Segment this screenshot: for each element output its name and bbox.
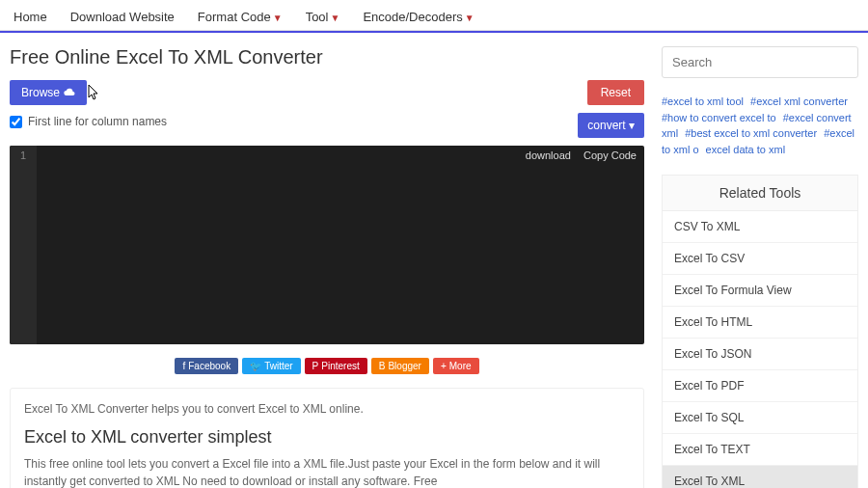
browse-button[interactable]: Browse bbox=[10, 80, 87, 105]
tag-link[interactable]: #how to convert excel to bbox=[662, 112, 776, 123]
related-item[interactable]: Excel To SQL bbox=[663, 402, 857, 434]
editor-actions: download Copy Code bbox=[516, 149, 637, 161]
article-p1: This free online tool lets you convert a… bbox=[24, 455, 630, 488]
share-blogger[interactable]: BBlogger bbox=[371, 358, 429, 374]
related-item[interactable]: Excel To HTML bbox=[663, 307, 857, 339]
related-tools-title: Related Tools bbox=[662, 175, 858, 210]
tag-link[interactable]: excel data to xml bbox=[706, 144, 786, 155]
pinterest-icon: P bbox=[312, 361, 319, 371]
main-column: Free Online Excel To XML Converter Brows… bbox=[10, 46, 644, 488]
share-more[interactable]: +More bbox=[433, 358, 479, 374]
editor-gutter: 1 bbox=[10, 146, 37, 344]
top-nav: HomeDownload WebsiteFormat Code▼Tool▼Enc… bbox=[0, 4, 868, 31]
plus-icon: + bbox=[441, 361, 447, 371]
chevron-down-icon: ▼ bbox=[273, 13, 283, 23]
first-line-checkbox[interactable] bbox=[10, 116, 22, 128]
blogger-icon: B bbox=[379, 361, 386, 371]
nav-download-website[interactable]: Download Website bbox=[70, 10, 175, 24]
article-heading-1: Excel to XML converter simplest bbox=[24, 427, 630, 447]
first-line-label: First line for column names bbox=[28, 115, 167, 128]
nav-home[interactable]: Home bbox=[14, 10, 47, 24]
related-item[interactable]: Excel To JSON bbox=[663, 339, 857, 370]
related-item[interactable]: Excel To TEXT bbox=[663, 434, 857, 466]
related-item[interactable]: CSV To XML bbox=[663, 211, 857, 243]
cursor-icon bbox=[89, 87, 100, 98]
chevron-down-icon: ▼ bbox=[330, 13, 339, 23]
reset-button[interactable]: Reset bbox=[587, 80, 644, 105]
share-bar: fFacebook 🐦Twitter PPinterest BBlogger +… bbox=[10, 358, 644, 374]
share-facebook[interactable]: fFacebook bbox=[175, 358, 238, 374]
nav-encode-decoders[interactable]: Encode/Decoders▼ bbox=[363, 10, 474, 24]
search-input[interactable] bbox=[662, 46, 858, 78]
convert-button[interactable]: convert ▾ bbox=[578, 113, 644, 138]
share-twitter[interactable]: 🐦Twitter bbox=[242, 358, 300, 374]
page-title: Free Online Excel To XML Converter bbox=[10, 46, 644, 68]
facebook-icon: f bbox=[182, 361, 185, 371]
download-link[interactable]: download bbox=[526, 149, 571, 161]
related-item[interactable]: Excel To PDF bbox=[663, 370, 857, 402]
sidebar: #excel to xml tool #excel xml converter … bbox=[662, 46, 858, 488]
related-item[interactable]: Excel To Formula View bbox=[663, 275, 857, 307]
code-editor[interactable]: 1 download Copy Code bbox=[10, 146, 644, 344]
related-item[interactable]: Excel To XML bbox=[663, 466, 857, 488]
line-number: 1 bbox=[10, 149, 37, 161]
first-line-checkbox-label[interactable]: First line for column names bbox=[10, 115, 167, 128]
tag-link[interactable]: #excel xml converter bbox=[750, 95, 848, 107]
tag-cloud: #excel to xml tool #excel xml converter … bbox=[662, 94, 858, 157]
nav-format-code[interactable]: Format Code▼ bbox=[198, 10, 283, 24]
copy-code-link[interactable]: Copy Code bbox=[583, 149, 637, 161]
related-tools-list: CSV To XMLExcel To CSVExcel To Formula V… bbox=[662, 210, 858, 488]
article-card: Excel To XML Converter helps you to conv… bbox=[10, 388, 644, 488]
twitter-icon: 🐦 bbox=[250, 361, 261, 371]
tag-link[interactable]: #excel to xml tool bbox=[662, 95, 744, 107]
browse-label: Browse bbox=[21, 86, 60, 99]
cloud-upload-icon bbox=[64, 86, 75, 99]
article-intro: Excel To XML Converter helps you to conv… bbox=[24, 400, 630, 418]
share-pinterest[interactable]: PPinterest bbox=[305, 358, 367, 374]
nav-tool[interactable]: Tool▼ bbox=[306, 10, 340, 24]
toolbar: Browse Reset bbox=[10, 80, 644, 105]
chevron-down-icon: ▼ bbox=[465, 13, 475, 23]
tag-link[interactable]: #best excel to xml converter bbox=[685, 127, 817, 139]
related-item[interactable]: Excel To CSV bbox=[663, 243, 857, 275]
